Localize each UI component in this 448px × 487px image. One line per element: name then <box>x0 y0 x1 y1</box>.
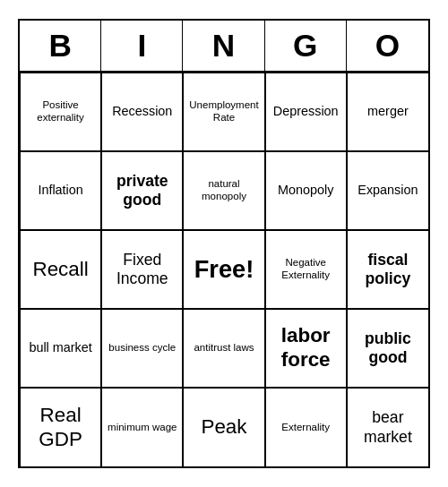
bingo-cell: Positive externality <box>20 73 101 151</box>
cell-label: Unemployment Rate <box>187 99 260 124</box>
cell-label: Inflation <box>38 183 82 198</box>
bingo-cell: Recession <box>101 73 183 151</box>
cell-label: business cycle <box>108 342 176 355</box>
cell-label: antitrust laws <box>194 342 254 355</box>
bingo-cell: Negative Externality <box>265 230 347 309</box>
bingo-cell: bull market <box>20 309 101 388</box>
cell-label: merger <box>367 104 409 119</box>
bingo-cell: antitrust laws <box>183 309 264 388</box>
header-letter: I <box>101 21 183 71</box>
bingo-cell: Free! <box>183 230 264 309</box>
cell-label: Externality <box>281 422 330 434</box>
bingo-cell: Externality <box>265 388 347 466</box>
cell-label: Expansion <box>358 183 418 198</box>
bingo-cell: minimum wage <box>101 388 183 466</box>
bingo-cell: bear market <box>347 388 428 466</box>
bingo-cell: public good <box>347 309 428 388</box>
bingo-card: BINGO Positive externalityRecessionUnemp… <box>18 19 430 468</box>
cell-label: bear market <box>351 408 425 446</box>
cell-label: fiscal policy <box>351 251 425 288</box>
cell-label: Real GDP <box>24 404 97 452</box>
bingo-cell: merger <box>347 73 428 151</box>
bingo-cell: Real GDP <box>20 388 101 466</box>
cell-label: Depression <box>273 104 339 119</box>
bingo-cell: Depression <box>265 73 347 151</box>
header-letter: O <box>347 21 428 71</box>
cell-label: Monopoly <box>278 183 333 198</box>
bingo-cell: Peak <box>183 388 264 466</box>
header-letter: N <box>183 21 264 71</box>
cell-label: bull market <box>29 340 91 355</box>
cell-label: Positive externality <box>24 99 97 124</box>
bingo-cell: fiscal policy <box>347 230 428 309</box>
bingo-cell: business cycle <box>101 309 183 388</box>
bingo-cell: natural monopoly <box>183 151 264 230</box>
bingo-cell: Fixed Income <box>101 230 183 309</box>
cell-label: Free! <box>194 255 254 285</box>
bingo-cell: Inflation <box>20 151 101 230</box>
cell-label: Negative Externality <box>270 257 342 282</box>
cell-label: minimum wage <box>108 422 177 434</box>
bingo-cell: labor force <box>265 309 347 388</box>
cell-label: private good <box>106 172 178 209</box>
bingo-cell: Unemployment Rate <box>183 73 264 151</box>
bingo-grid: Positive externalityRecessionUnemploymen… <box>20 73 428 466</box>
bingo-header: BINGO <box>20 21 428 73</box>
cell-label: Peak <box>201 415 246 440</box>
cell-label: labor force <box>270 324 342 372</box>
header-letter: B <box>20 21 101 71</box>
bingo-cell: Monopoly <box>265 151 347 230</box>
bingo-cell: private good <box>101 151 183 230</box>
bingo-cell: Expansion <box>347 151 428 230</box>
header-letter: G <box>265 21 347 71</box>
cell-label: natural monopoly <box>187 178 260 203</box>
cell-label: Fixed Income <box>106 251 178 288</box>
cell-label: Recall <box>32 258 88 282</box>
bingo-cell: Recall <box>20 230 101 309</box>
cell-label: Recession <box>112 104 172 119</box>
cell-label: public good <box>351 329 425 367</box>
